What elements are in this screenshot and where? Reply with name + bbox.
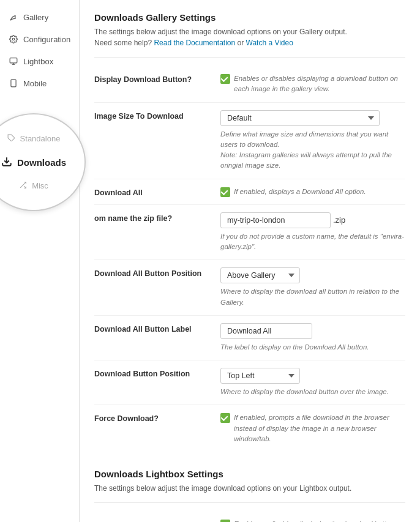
lightbox-section-divider xyxy=(94,502,405,503)
main-content: Downloads Gallery Settings The settings … xyxy=(80,0,420,522)
select-download-button-position[interactable]: Top Left Top Right Bottom Left Bottom Ri… xyxy=(220,368,300,384)
desc-download-all: If enabled, displays a Download All opti… xyxy=(234,187,366,197)
desc-force-download: If enabled, prompts a file download in t… xyxy=(234,412,405,444)
row-label-download-all-label: Download All Button Label xyxy=(94,323,211,334)
row-content-lb-display-download-button: Enables or disables displaying the downl… xyxy=(220,519,405,522)
sidebar-item-mobile[interactable]: Mobile xyxy=(0,72,79,94)
standalone-label: Standalone xyxy=(20,134,61,143)
desc-download-all-label: The label to display on the Download All… xyxy=(220,342,405,352)
row-label-download-all: Download All xyxy=(94,187,211,197)
row-label-display-download-button: Display Download Button? xyxy=(94,73,211,84)
desc-zip-name: If you do not provide a custom name, the… xyxy=(220,231,405,253)
leaf-icon xyxy=(9,12,18,22)
sidebar-circle-popup: Standalone Downloads Misc xyxy=(0,113,86,211)
svg-point-0 xyxy=(12,38,15,40)
row-display-download-button: Display Download Button? Enables or disa… xyxy=(94,66,405,103)
sidebar: Gallery Configuration Lightbox xyxy=(0,0,80,522)
watch-video-link[interactable]: Watch a Video xyxy=(246,39,293,47)
row-label-download-button-position: Download Button Position xyxy=(94,368,211,378)
row-label-force-download: Force Download? xyxy=(94,412,211,423)
checkbox-download-all[interactable] xyxy=(220,187,230,197)
row-label-download-all-position: Download All Button Position xyxy=(94,267,211,278)
row-content-download-all-position: Above Gallery Below Gallery Where to dis… xyxy=(220,267,405,308)
row-content-force-download: If enabled, prompts a file download in t… xyxy=(220,412,405,444)
row-content-image-size: Default Thumbnail Medium Large Full Defi… xyxy=(220,110,405,171)
select-image-size[interactable]: Default Thumbnail Medium Large Full xyxy=(220,110,380,126)
tag-icon xyxy=(7,134,15,144)
sidebar-item-mobile-label: Mobile xyxy=(23,79,47,88)
lightbox-section: Downloads Lightbox Settings The settings… xyxy=(94,469,405,522)
zip-name-input[interactable] xyxy=(220,212,331,228)
desc-download-button-position: Where to display the download button ove… xyxy=(220,387,405,397)
downloads-label: Downloads xyxy=(17,157,66,168)
desc-download-all-position: Where to display the download all button… xyxy=(220,286,405,308)
monitor-icon xyxy=(9,56,18,66)
zip-suffix-label: .zip xyxy=(333,215,345,225)
row-image-size: Image Size To Download Default Thumbnail… xyxy=(94,103,405,179)
mobile-icon xyxy=(9,78,18,88)
row-download-all: Download All If enabled, displays a Down… xyxy=(94,179,405,205)
checkbox-display-download-button[interactable] xyxy=(220,74,230,84)
svg-rect-4 xyxy=(11,80,16,87)
zip-input-group: .zip xyxy=(220,212,405,228)
row-content-download-button-position: Top Left Top Right Bottom Left Bottom Ri… xyxy=(220,368,405,397)
row-zip-name: om name the zip file? .zip If you do not… xyxy=(94,205,405,261)
row-content-display-download-button: Enables or disables displaying a downloa… xyxy=(220,73,405,95)
read-documentation-link[interactable]: Read the Documentation xyxy=(154,39,235,47)
download-all-label-input[interactable] xyxy=(220,323,312,339)
desc-display-download-button: Enables or disables displaying a downloa… xyxy=(234,73,405,95)
sidebar-item-standalone[interactable]: Standalone xyxy=(0,128,84,150)
sidebar-item-configuration[interactable]: Configuration xyxy=(0,28,79,50)
checkbox-lb-display-download-button[interactable] xyxy=(220,520,230,522)
row-label-lb-display-download-button: Display Download Button? xyxy=(94,519,211,522)
svg-rect-1 xyxy=(10,58,17,63)
download-icon xyxy=(1,156,12,169)
row-content-download-all: If enabled, displays a Download All opti… xyxy=(220,187,405,197)
sidebar-item-downloads[interactable]: Downloads xyxy=(0,150,84,175)
row-download-all-position: Download All Button Position Above Galle… xyxy=(94,260,405,316)
gallery-section-desc: The settings below adjust the image down… xyxy=(94,26,405,48)
sidebar-item-lightbox[interactable]: Lightbox xyxy=(0,50,79,72)
lightbox-section-title: Downloads Lightbox Settings xyxy=(94,469,405,479)
select-download-all-position[interactable]: Above Gallery Below Gallery xyxy=(220,267,300,283)
row-force-download: Force Download? If enabled, prompts a fi… xyxy=(94,405,405,452)
gallery-section: Downloads Gallery Settings The settings … xyxy=(94,12,405,452)
sidebar-item-misc[interactable]: Misc xyxy=(0,175,84,197)
row-download-button-position: Download Button Position Top Left Top Ri… xyxy=(94,360,405,405)
sidebar-item-configuration-label: Configuration xyxy=(23,35,70,44)
sidebar-item-lightbox-label: Lightbox xyxy=(23,57,53,66)
gear-icon xyxy=(9,34,18,44)
row-label-image-size: Image Size To Download xyxy=(94,110,211,121)
row-label-zip-name: om name the zip file? xyxy=(94,212,211,223)
row-content-zip-name: .zip If you do not provide a custom name… xyxy=(220,212,405,253)
gallery-section-title: Downloads Gallery Settings xyxy=(94,12,405,23)
lightbox-section-desc: The settings below adjust the image down… xyxy=(94,483,405,494)
checkbox-force-download[interactable] xyxy=(220,413,230,423)
misc-label: Misc xyxy=(32,181,48,190)
row-content-download-all-label: The label to display on the Download All… xyxy=(220,323,405,352)
sidebar-item-gallery-label: Gallery xyxy=(23,13,48,22)
sidebar-item-gallery[interactable]: Gallery xyxy=(0,6,79,28)
desc-image-size: Define what image size and dimensions th… xyxy=(220,129,405,171)
desc-lb-display-download-button: Enables or disables displaying the downl… xyxy=(234,519,405,522)
row-lb-display-download-button: Display Download Button? Enables or disa… xyxy=(94,512,405,522)
misc-icon xyxy=(19,181,27,191)
gallery-section-divider xyxy=(94,57,405,58)
row-download-all-label: Download All Button Label The label to d… xyxy=(94,316,405,360)
